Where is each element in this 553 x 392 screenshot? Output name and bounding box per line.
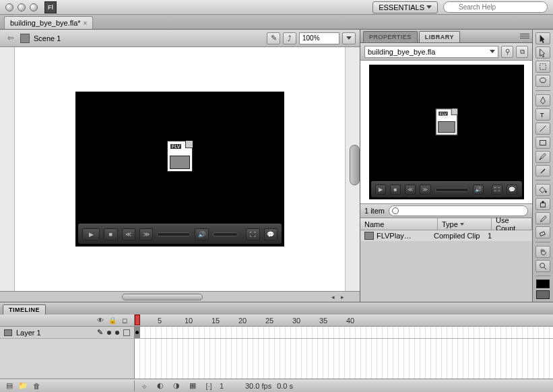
- volume-button[interactable]: 🔊: [473, 185, 484, 195]
- horizontal-scrollbar[interactable]: [122, 294, 203, 300]
- sort-arrow-icon: [460, 223, 464, 226]
- visibility-icon[interactable]: 👁: [96, 317, 104, 325]
- ink-bottle-tool[interactable]: [535, 198, 550, 210]
- stop-button[interactable]: ■: [390, 185, 401, 195]
- search-help-input[interactable]: [443, 1, 548, 13]
- close-tab-icon[interactable]: ×: [84, 20, 88, 27]
- fullscreen-button[interactable]: ⛶: [492, 185, 502, 195]
- rewind-button[interactable]: ≪: [122, 228, 135, 240]
- new-folder-button[interactable]: 📁: [18, 381, 28, 391]
- new-library-button[interactable]: ⧉: [516, 46, 528, 58]
- close-window-button[interactable]: [5, 3, 13, 11]
- delete-layer-button[interactable]: 🗑: [31, 381, 42, 391]
- preview-control-bar: ▶ ■ ≪ ≫ 🔊 ⛶ 💬: [371, 181, 522, 197]
- workspace-switcher[interactable]: ESSENTIALS: [372, 1, 438, 13]
- stroke-color-swatch[interactable]: [536, 280, 550, 288]
- library-row[interactable]: FLVPlay… Compiled Clip 1: [360, 230, 532, 241]
- play-button[interactable]: ▶: [375, 185, 386, 195]
- library-column-header: Name Type Use Count: [360, 218, 532, 230]
- text-tool[interactable]: T: [535, 108, 550, 121]
- zoom-dropdown[interactable]: [342, 32, 356, 44]
- panel-menu-icon[interactable]: [520, 32, 529, 40]
- edit-bar: ⇦ Scene 1 ✎ ⤴: [0, 30, 360, 47]
- playhead[interactable]: [135, 315, 140, 325]
- zoom-field[interactable]: [299, 32, 339, 44]
- center-frame-button[interactable]: ⟐: [139, 381, 150, 391]
- library-search-input[interactable]: [389, 205, 528, 216]
- forward-button[interactable]: ≫: [139, 228, 153, 240]
- volume-button[interactable]: 🔊: [195, 228, 208, 240]
- line-tool[interactable]: [535, 123, 550, 135]
- seek-bar[interactable]: [157, 232, 191, 236]
- pencil-tool[interactable]: [535, 151, 550, 163]
- vertical-scrollbar[interactable]: [350, 145, 360, 185]
- col-type[interactable]: Type: [438, 218, 492, 230]
- frame-row[interactable]: [135, 327, 553, 339]
- frames-area[interactable]: [135, 327, 553, 379]
- tab-library[interactable]: LIBRARY: [419, 31, 460, 42]
- edit-symbol-button[interactable]: ⤴: [283, 32, 296, 44]
- pen-tool[interactable]: [535, 94, 550, 106]
- outline-icon[interactable]: ◻: [121, 317, 129, 325]
- eraser-tool[interactable]: [535, 226, 550, 238]
- minimize-window-button[interactable]: [18, 3, 26, 11]
- edit-multiple-frames-button[interactable]: ▦: [187, 381, 198, 391]
- forward-button[interactable]: ≫: [420, 185, 430, 195]
- caption-button[interactable]: 💬: [507, 185, 517, 195]
- document-tab-title: building_bye_bye.fla*: [10, 19, 81, 27]
- outline-toggle[interactable]: [123, 329, 130, 336]
- keyframe[interactable]: [135, 327, 140, 338]
- visibility-toggle[interactable]: [107, 331, 111, 335]
- edit-scene-button[interactable]: ✎: [267, 32, 280, 44]
- onion-skin-button[interactable]: ◐: [155, 381, 166, 391]
- film-strip-icon: [170, 156, 190, 169]
- tab-properties[interactable]: PROPERTIES: [363, 31, 418, 42]
- svg-rect-6: [541, 203, 546, 207]
- zoom-tool[interactable]: [535, 260, 550, 272]
- lock-toggle[interactable]: [115, 331, 119, 335]
- layer-buttons: ▤ 📁 🗑: [0, 381, 135, 391]
- lock-icon[interactable]: 🔒: [108, 317, 117, 325]
- new-layer-button[interactable]: ▤: [4, 381, 15, 391]
- titlebar: Fl ESSENTIALS: [0, 0, 553, 15]
- pencil-icon: ✎: [97, 328, 103, 337]
- free-transform-tool[interactable]: [535, 61, 550, 73]
- tab-timeline[interactable]: TIMELINE: [3, 304, 46, 315]
- col-use-count[interactable]: Use Count: [492, 218, 532, 230]
- scroll-left-icon[interactable]: ◂: [329, 293, 337, 301]
- caption-button[interactable]: 💬: [264, 228, 278, 240]
- svg-point-5: [545, 191, 547, 193]
- paint-bucket-tool[interactable]: [535, 184, 550, 196]
- play-button[interactable]: ▶: [82, 228, 100, 240]
- eyedropper-tool[interactable]: [535, 212, 550, 224]
- selection-tool[interactable]: [535, 32, 550, 44]
- back-arrow-icon[interactable]: ⇦: [4, 33, 16, 44]
- tools-panel: T: [533, 30, 553, 302]
- rectangle-tool[interactable]: [535, 137, 550, 149]
- fullscreen-button[interactable]: ⛶: [246, 228, 259, 240]
- volume-slider[interactable]: [213, 232, 238, 236]
- modify-onion-markers-button[interactable]: [·]: [203, 381, 214, 391]
- scroll-right-icon[interactable]: ▸: [338, 293, 346, 301]
- fill-color-swatch[interactable]: [536, 290, 550, 299]
- zoom-window-button[interactable]: [30, 3, 38, 11]
- rewind-button[interactable]: ≪: [405, 185, 416, 195]
- layer-row[interactable]: Layer 1 ✎: [0, 327, 134, 339]
- flv-playback-component[interactable]: FLV ▶ ■ ≪ ≫ 🔊 ⛶ 💬: [75, 92, 284, 247]
- library-document-select[interactable]: building_bye_bye.fla: [364, 46, 498, 58]
- subselection-tool[interactable]: [535, 46, 550, 59]
- seek-bar[interactable]: [435, 188, 469, 192]
- document-tab[interactable]: building_bye_bye.fla* ×: [4, 16, 93, 29]
- stop-button[interactable]: ■: [104, 228, 117, 240]
- separator: [535, 180, 550, 181]
- hand-tool[interactable]: [535, 246, 550, 258]
- brush-tool[interactable]: [535, 165, 550, 177]
- onion-skin-outline-button[interactable]: ◑: [171, 381, 182, 391]
- library-header: building_bye_bye.fla ⚲ ⧉: [360, 43, 532, 61]
- elapsed-time: 0.0 s: [277, 382, 297, 390]
- timeline-ruler[interactable]: 1 5 10 15 20 25 30 35 40: [135, 315, 553, 326]
- col-name[interactable]: Name: [360, 218, 438, 230]
- stage-area[interactable]: FLV ▶ ■ ≪ ≫ 🔊 ⛶ 💬: [0, 47, 360, 291]
- pin-library-button[interactable]: ⚲: [501, 46, 513, 58]
- lasso-tool[interactable]: [535, 75, 550, 87]
